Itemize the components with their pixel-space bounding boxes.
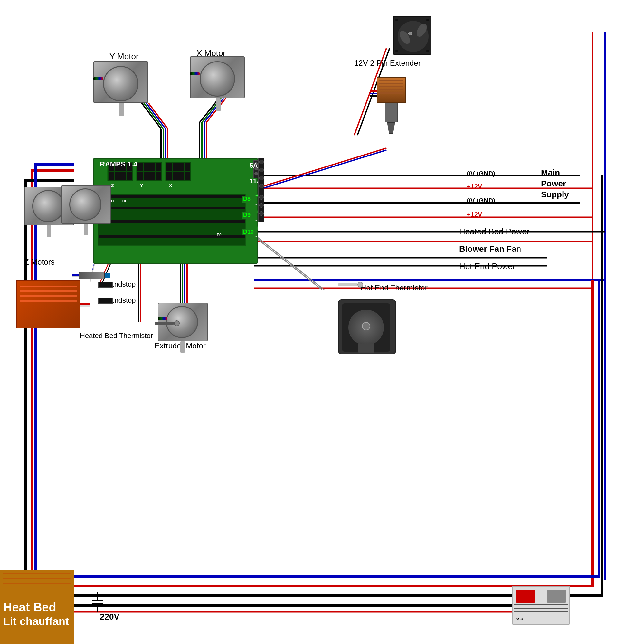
- twelve-v-extender-label: 12V 2 Pin Extender: [354, 59, 421, 68]
- y-axis-label: Y: [140, 183, 143, 188]
- cooling-fan: [393, 16, 431, 55]
- wiring-diagram: Z Y X T2 T1 T0 E0 RAMPS 1.4 5A 11A D8: [0, 0, 644, 644]
- z-motors-label: Z Motors: [24, 258, 55, 267]
- d10-plus: +: [255, 225, 259, 232]
- gnd-label-2: 0V (GND): [467, 197, 495, 204]
- main-power-supply-label: Main Power Supply: [541, 167, 569, 200]
- d8-label: D8: [242, 196, 251, 203]
- blower-fan: [338, 299, 396, 354]
- five-amp-label: 5A: [250, 162, 258, 169]
- svg-line-47: [251, 150, 386, 192]
- heated-bed-thermistor-label: Heated Bed Thermistor: [80, 332, 153, 340]
- blower-fan-label: Blower Fan Fan: [459, 244, 521, 254]
- hot-end-power-label: Hot End Power: [459, 261, 516, 271]
- svg-line-37: [257, 237, 324, 290]
- hot-end-thermistor-label: Hot End Thermistor: [361, 283, 428, 292]
- heated-bed: Heat Bed Lit chauffant: [0, 570, 74, 644]
- hot-end-thermistor: [338, 280, 364, 290]
- x-axis-label: X: [169, 183, 172, 188]
- heated-bed-power-label: Heated Bed Power: [459, 227, 529, 237]
- d8-minus: -: [255, 201, 257, 208]
- x-endstop: [98, 298, 113, 304]
- heated-bed-element: [16, 280, 81, 328]
- x-motor: [190, 53, 248, 105]
- z-motor-2: [61, 182, 114, 232]
- d10-minus: -: [255, 233, 257, 240]
- d9-minus: -: [255, 217, 257, 223]
- plus12v-label-1: +12V: [467, 183, 482, 190]
- plus12v-label-2: +12V: [467, 211, 482, 218]
- gnd-label-1: 0V (GND): [467, 170, 495, 177]
- z-probe: [79, 270, 111, 282]
- svg-line-36: [254, 237, 322, 290]
- hotend-assembly: [370, 77, 412, 148]
- heated-bed-thermistor: [155, 319, 180, 328]
- t0-label: T0: [122, 199, 126, 203]
- svg-line-19: [148, 103, 168, 129]
- d10-label: D10: [242, 229, 255, 235]
- y-motor: [93, 58, 151, 109]
- ssr-relay: SSR: [512, 586, 570, 625]
- power-terminal-strip: [258, 158, 264, 222]
- pcb-title: RAMPS 1.4: [100, 160, 137, 168]
- svg-line-46: [251, 148, 386, 190]
- d9-label: D9: [242, 212, 251, 219]
- capacitor-220v: [90, 592, 106, 612]
- y-endstop: [98, 282, 113, 288]
- pcb-board: Z Y X T2 T1 T0 E0: [93, 158, 258, 264]
- voltage-220-label: 220V: [100, 612, 119, 622]
- e0-label: E0: [217, 233, 222, 237]
